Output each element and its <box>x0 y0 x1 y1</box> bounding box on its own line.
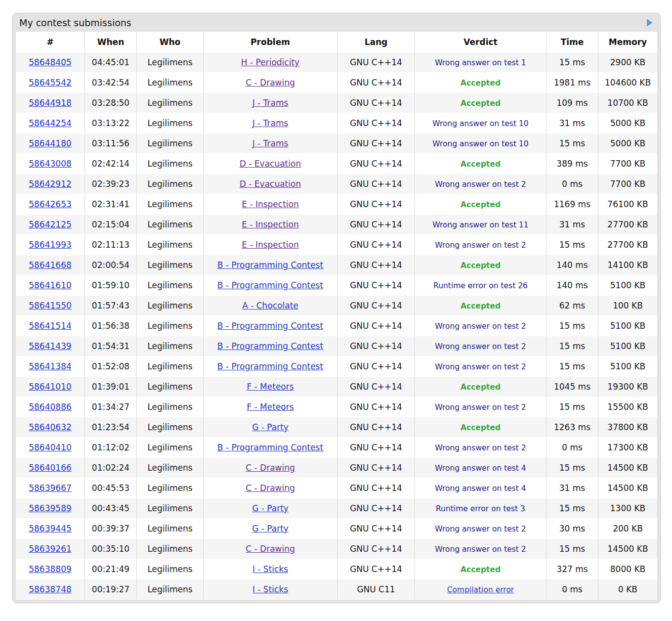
cell-lang: GNU C++14 <box>337 498 415 518</box>
cell-memory: 5100 KB <box>598 275 657 295</box>
cell-problem: I - Sticks <box>204 579 337 599</box>
cell-who: Legilimens <box>137 113 204 133</box>
verdict-link[interactable]: Compilation error <box>447 585 514 594</box>
submission-id-link[interactable]: 58638809 <box>29 564 72 574</box>
submission-id-link[interactable]: 58641010 <box>29 382 72 392</box>
submission-id-link[interactable]: 58644254 <box>29 118 72 128</box>
problem-link[interactable]: I - Sticks <box>252 584 288 594</box>
cell-memory: 1300 KB <box>598 498 657 518</box>
submission-id-link[interactable]: 58644180 <box>29 138 72 148</box>
problem-link[interactable]: C - Drawing <box>246 483 295 493</box>
problem-link[interactable]: C - Drawing <box>246 544 295 554</box>
submission-id-link[interactable]: 58639261 <box>29 544 72 554</box>
submission-id-link[interactable]: 58641610 <box>29 280 72 290</box>
cell-problem: D - Evacuation <box>204 174 337 194</box>
cell-lang: GNU C++14 <box>337 93 415 113</box>
submission-id-link[interactable]: 58638748 <box>29 584 72 594</box>
submission-id-link[interactable]: 58641439 <box>29 341 72 351</box>
problem-link[interactable]: B - Programming Contest <box>217 280 323 290</box>
submission-id-link[interactable]: 58641993 <box>29 240 72 250</box>
submission-id-link[interactable]: 58640886 <box>29 402 72 412</box>
cell-memory: 37800 KB <box>598 417 657 437</box>
col-header-problem: Problem <box>204 32 337 52</box>
cell-verdict: Runtime error on test 26 <box>415 275 546 295</box>
verdict-accepted: Accepted <box>461 302 501 310</box>
play-arrow-icon[interactable] <box>646 19 653 27</box>
cell-who: Legilimens <box>137 255 204 275</box>
problem-link[interactable]: F - Meteors <box>247 402 294 412</box>
cell-verdict: Accepted <box>415 255 546 275</box>
problem-link[interactable]: B - Programming Contest <box>217 260 323 270</box>
problem-link[interactable]: G - Party <box>252 422 289 432</box>
submission-id-link[interactable]: 58639667 <box>29 483 72 493</box>
problem-link[interactable]: B - Programming Contest <box>217 321 323 331</box>
problem-link[interactable]: J - Trams <box>252 118 289 128</box>
cell-memory: 27700 KB <box>598 235 657 255</box>
submission-id-link[interactable]: 58642912 <box>29 179 72 189</box>
submission-id-link[interactable]: 58645542 <box>29 78 72 88</box>
submission-id-link[interactable]: 58641514 <box>29 321 72 331</box>
cell-problem: C - Drawing <box>204 478 337 498</box>
problem-link[interactable]: F - Meteors <box>247 382 294 392</box>
problem-link[interactable]: B - Programming Contest <box>217 341 323 351</box>
problem-link[interactable]: H - Periodicity <box>241 57 299 67</box>
submission-id-link[interactable]: 58639589 <box>29 503 72 513</box>
cell-id: 58641668 <box>16 255 85 275</box>
cell-verdict: Accepted <box>415 296 546 315</box>
submission-id-link[interactable]: 58641384 <box>29 361 72 371</box>
cell-verdict: Runtime error on test 3 <box>415 498 546 518</box>
submission-id-link[interactable]: 58643008 <box>29 159 72 169</box>
problem-link[interactable]: J - Trams <box>252 138 289 148</box>
submission-id-link[interactable]: 58640632 <box>29 422 72 432</box>
cell-lang: GNU C++14 <box>337 73 415 92</box>
problem-link[interactable]: E - Inspection <box>242 199 299 209</box>
submission-id-link[interactable]: 58642653 <box>29 199 72 209</box>
problem-link[interactable]: B - Programming Contest <box>217 361 323 371</box>
submission-id-link[interactable]: 58648405 <box>29 57 72 67</box>
cell-id: 58640632 <box>16 417 85 437</box>
cell-time: 1981 ms <box>546 73 598 92</box>
cell-problem: F - Meteors <box>204 397 337 417</box>
problem-link[interactable]: D - Evacuation <box>240 159 301 169</box>
problem-link[interactable]: B - Programming Contest <box>217 443 323 452</box>
cell-who: Legilimens <box>137 417 204 437</box>
verdict-accepted: Accepted <box>461 565 501 574</box>
cell-memory: 0 KB <box>598 579 657 599</box>
cell-when: 04:45:01 <box>85 52 137 72</box>
problem-link[interactable]: G - Party <box>252 524 289 533</box>
submission-id-link[interactable]: 58642125 <box>29 220 72 229</box>
cell-who: Legilimens <box>137 235 204 255</box>
cell-problem: B - Programming Contest <box>204 356 337 376</box>
cell-id: 58641610 <box>16 275 85 295</box>
problem-link[interactable]: J - Trams <box>252 98 289 108</box>
cell-problem: B - Programming Contest <box>204 275 337 295</box>
cell-when: 02:31:41 <box>85 194 137 214</box>
problem-link[interactable]: E - Inspection <box>242 220 299 229</box>
submission-row: 5864161001:59:10LegilimensB - Programmin… <box>16 275 657 295</box>
cell-id: 58641550 <box>16 296 85 315</box>
problem-link[interactable]: C - Drawing <box>246 78 295 88</box>
submission-id-link[interactable]: 58639445 <box>29 524 72 533</box>
cell-who: Legilimens <box>137 296 204 315</box>
cell-time: 1169 ms <box>546 194 598 214</box>
submission-id-link[interactable]: 58640166 <box>29 463 72 473</box>
cell-time: 31 ms <box>546 215 598 234</box>
cell-memory: 15500 KB <box>598 397 657 417</box>
problem-link[interactable]: D - Evacuation <box>240 179 301 189</box>
cell-lang: GNU C++14 <box>337 174 415 194</box>
problem-link[interactable]: C - Drawing <box>246 463 295 473</box>
verdict-accepted: Accepted <box>461 79 501 88</box>
cell-id: 58644254 <box>16 113 85 133</box>
cell-verdict: Wrong answer on test 2 <box>415 316 546 336</box>
submission-id-link[interactable]: 58644918 <box>29 98 72 108</box>
cell-time: 140 ms <box>546 255 598 275</box>
problem-link[interactable]: A - Chocolate <box>242 301 298 310</box>
problem-link[interactable]: E - Inspection <box>242 240 299 250</box>
problem-link[interactable]: I - Sticks <box>252 564 288 574</box>
submission-id-link[interactable]: 58641550 <box>29 301 72 310</box>
submission-id-link[interactable]: 58641668 <box>29 260 72 270</box>
submission-id-link[interactable]: 58640410 <box>29 443 72 452</box>
cell-memory: 5100 KB <box>598 316 657 336</box>
cell-verdict: Accepted <box>415 73 546 92</box>
problem-link[interactable]: G - Party <box>252 503 289 513</box>
